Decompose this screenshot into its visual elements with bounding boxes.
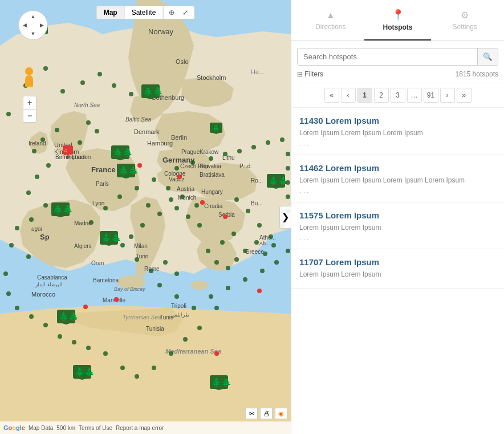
svg-point-155 [86, 346, 91, 350]
map-background: United Kingdom Ireland Norway Oslo Stock… [0, 0, 291, 434]
svg-point-122 [103, 206, 108, 210]
svg-text:Berlin: Berlin [171, 134, 187, 141]
map-fullscreen-icon[interactable]: ⊕ [165, 6, 178, 19]
page-next-button[interactable]: › [440, 88, 455, 103]
directions-icon: ▲ [326, 10, 335, 21]
svg-text:ugal: ugal [31, 226, 43, 232]
search-area: 🔍 [291, 41, 504, 66]
svg-text:طرابلس: طرابلس [171, 312, 189, 318]
svg-point-117 [29, 217, 34, 222]
hotspot-more-2: · · · [299, 188, 496, 196]
svg-point-169 [220, 240, 225, 245]
hotspot-item-3[interactable]: 11575 Lorem Ipsum Lorem Ipsum Lorem Ipsu… [291, 202, 504, 250]
hotspot-more-3: · · · [299, 235, 496, 243]
svg-text:Oslo: Oslo [176, 58, 189, 65]
svg-point-114 [35, 175, 39, 179]
print-icon[interactable]: 🖨 [260, 408, 273, 419]
svg-point-177 [271, 243, 276, 248]
svg-text:Greece: Greece [245, 249, 264, 255]
svg-text:Denmark: Denmark [134, 128, 160, 135]
hotspot-item-4[interactable]: 11707 Lorem Ipsum Lorem Ipsum Lorem Ipsu… [291, 249, 504, 289]
svg-text:Hamburg: Hamburg [147, 140, 173, 147]
hotspot-item-2[interactable]: 11462 Lorem Ipsum Lorem Ipsum Lorem Ipsu… [291, 155, 504, 202]
svg-point-153 [120, 366, 125, 370]
search-input[interactable] [298, 48, 477, 65]
zoom-controls[interactable]: + − [23, 96, 36, 123]
svg-text:🌲🌲: 🌲🌲 [212, 378, 231, 387]
email-icon[interactable]: ✉ [245, 408, 258, 419]
hotspot-list: 11430 Lorem Ipsum Lorem Ipsum Lorem Ipsu… [291, 108, 504, 434]
svg-point-181 [169, 197, 173, 202]
page-ellipsis: … [407, 88, 422, 103]
chevron-right-icon: ❯ [282, 212, 289, 222]
tab-directions[interactable]: ▲ Directions [297, 0, 364, 40]
svg-text:Madrid: Madrid [74, 220, 92, 226]
map-type-satellite-button[interactable]: Satellite [125, 6, 163, 19]
svg-text:Barcelona: Barcelona [93, 277, 119, 283]
svg-point-2 [191, 281, 208, 290]
svg-point-136 [163, 260, 168, 265]
pan-controls[interactable]: ▲ ▼ ◀ ▶ [18, 10, 48, 40]
pan-up-button[interactable]: ▲ [29, 13, 37, 21]
tab-hotspots[interactable]: 📍 Hotspots [364, 0, 432, 40]
settings-icon: ⚙ [461, 10, 469, 21]
map-type-map-button[interactable]: Map [97, 6, 124, 19]
map-collapse-button[interactable]: ❯ [279, 206, 291, 229]
pan-down-button[interactable]: ▼ [29, 30, 37, 38]
svg-point-132 [129, 234, 133, 239]
pan-left-button[interactable]: ◀ [21, 21, 29, 29]
svg-text:🌲🌲: 🌲🌲 [53, 205, 73, 214]
tab-settings[interactable]: ⚙ Settings [431, 0, 498, 40]
hotspot-desc-4: Lorem Ipsum Lorem Ipsum [299, 270, 496, 279]
svg-point-138 [157, 283, 162, 287]
map-footer-icons: ✉ 🖨 ◉ [245, 408, 287, 419]
page-prev-button[interactable]: ‹ [341, 88, 356, 103]
page-3-button[interactable]: 3 [391, 88, 405, 103]
svg-point-115 [26, 190, 31, 195]
svg-point-195 [137, 163, 142, 168]
hotspot-title-2: 11462 Lorem Ipsum [299, 163, 496, 173]
svg-text:🌲🌲: 🌲🌲 [143, 87, 163, 96]
svg-point-184 [209, 156, 213, 161]
right-panel: ▲ Directions 📍 Hotspots ⚙ Settings 🔍 ⊟ F… [291, 0, 504, 434]
map-type-toggle[interactable]: Map Satellite ⊕ ⤢ [96, 6, 195, 19]
report-link[interactable]: Report a map error [116, 425, 164, 431]
svg-point-198 [223, 214, 227, 219]
page-2-button[interactable]: 2 [374, 88, 389, 103]
svg-text:Algiers: Algiers [74, 243, 92, 249]
hotspot-desc-3: Lorem Ipsum Lorem Ipsum [299, 223, 496, 233]
filters-link[interactable]: ⊟ Filters [297, 70, 323, 78]
hotspot-title-4: 11707 Lorem Ipsum [299, 257, 496, 267]
hotspot-desc-2: Lorem Ipsum Lorem Ipsum Lorem Ipsum Lore… [299, 176, 496, 185]
svg-point-127 [180, 194, 185, 199]
pagination: « ‹ 1 2 3 … 91 › » [291, 83, 504, 108]
page-last-button[interactable]: » [457, 88, 472, 103]
map-expand-icon[interactable]: ⤢ [179, 6, 192, 19]
hotspot-item-1[interactable]: 11430 Lorem Ipsum Lorem Ipsum Lorem Ipsu… [291, 108, 504, 155]
search-button[interactable]: 🔍 [477, 48, 498, 65]
svg-point-160 [15, 306, 19, 310]
svg-point-170 [206, 249, 210, 253]
svg-point-137 [174, 271, 179, 276]
svg-text:Croatia: Croatia [204, 203, 223, 209]
svg-point-174 [243, 249, 247, 253]
rss-icon[interactable]: ◉ [275, 408, 287, 419]
pegman-icon[interactable] [24, 67, 34, 88]
svg-point-191 [286, 166, 290, 171]
page-91-button[interactable]: 91 [424, 88, 438, 103]
svg-point-107 [86, 120, 91, 125]
svg-point-103 [80, 80, 85, 85]
page-first-button[interactable]: « [324, 88, 339, 103]
google-logo: Google [3, 424, 25, 431]
svg-text:Slovakia: Slovakia [200, 163, 221, 169]
hotspot-title-3: 11575 Lorem Ipsum [299, 210, 496, 220]
svg-point-111 [40, 137, 45, 142]
svg-text:Bay of Biscay: Bay of Biscay [114, 286, 145, 292]
zoom-out-button[interactable]: − [23, 109, 36, 122]
page-1-button[interactable]: 1 [357, 88, 372, 103]
svg-text:Vaduz: Vaduz [169, 176, 185, 182]
terms-link[interactable]: Terms of Use [79, 425, 112, 431]
pan-right-button[interactable]: ▶ [38, 21, 46, 29]
zoom-in-button[interactable]: + [23, 96, 36, 109]
svg-point-196 [177, 175, 182, 179]
